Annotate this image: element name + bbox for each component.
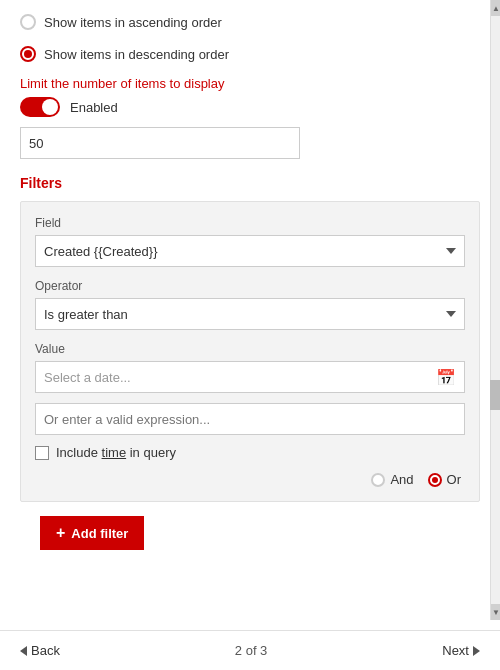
descending-label: Show items in descending order [44,47,229,62]
operator-select-value: Is greater than [44,307,128,322]
value-label: Value [35,342,465,356]
scroll-down-arrow[interactable]: ▼ [491,604,500,620]
scroll-up-arrow[interactable]: ▲ [491,0,500,16]
back-label: Back [31,643,60,658]
calendar-icon[interactable]: 📅 [436,368,456,387]
operator-label: Operator [35,279,465,293]
filters-box: Field Created {{Created}} Operator Is gr… [20,201,480,502]
back-button[interactable]: Back [20,643,60,658]
date-input-row[interactable]: Select a date... 📅 [35,361,465,393]
or-option[interactable]: Or [428,472,461,487]
field-select-chevron [446,248,456,254]
plus-icon: + [56,524,65,542]
field-select[interactable]: Created {{Created}} [35,235,465,267]
checkbox-label: Include time in query [56,445,176,460]
field-label: Field [35,216,465,230]
expression-input[interactable] [35,403,465,435]
next-chevron-icon [473,646,480,656]
field-select-value: Created {{Created}} [44,244,157,259]
and-radio[interactable] [371,473,385,487]
toggle-label: Enabled [70,100,118,115]
include-time-row[interactable]: Include time in query [35,445,465,460]
back-chevron-icon [20,646,27,656]
toggle-row: Enabled [20,97,480,117]
scrollbar-track: ▲ ▼ [490,0,500,620]
and-option[interactable]: And [371,472,413,487]
operator-select-chevron [446,311,456,317]
limit-label: Limit the number of items to display [20,76,480,91]
include-time-checkbox[interactable] [35,446,49,460]
add-filter-button[interactable]: + Add filter [40,516,144,550]
or-label: Or [447,472,461,487]
descending-option[interactable]: Show items in descending order [20,38,480,70]
next-label: Next [442,643,469,658]
limit-section: Limit the number of items to display Ena… [20,70,480,175]
ascending-option[interactable]: Show items in ascending order [20,6,480,38]
and-or-row: And Or [35,472,465,487]
ascending-label: Show items in ascending order [44,15,222,30]
ascending-radio[interactable] [20,14,36,30]
next-button[interactable]: Next [442,643,480,658]
operator-select[interactable]: Is greater than [35,298,465,330]
add-filter-label: Add filter [71,526,128,541]
limit-input[interactable] [20,127,300,159]
filters-section: Filters Field Created {{Created}} Operat… [0,175,500,630]
descending-radio[interactable] [20,46,36,62]
scrollbar-thumb[interactable] [490,380,500,410]
top-section: Show items in ascending order Show items… [0,0,500,175]
page-info: 2 of 3 [235,643,268,658]
or-radio[interactable] [428,473,442,487]
page-container: Show items in ascending order Show items… [0,0,500,670]
and-label: And [390,472,413,487]
filters-title: Filters [20,175,480,191]
date-placeholder: Select a date... [44,370,131,385]
enabled-toggle[interactable] [20,97,60,117]
bottom-nav: Back 2 of 3 Next [0,630,500,670]
